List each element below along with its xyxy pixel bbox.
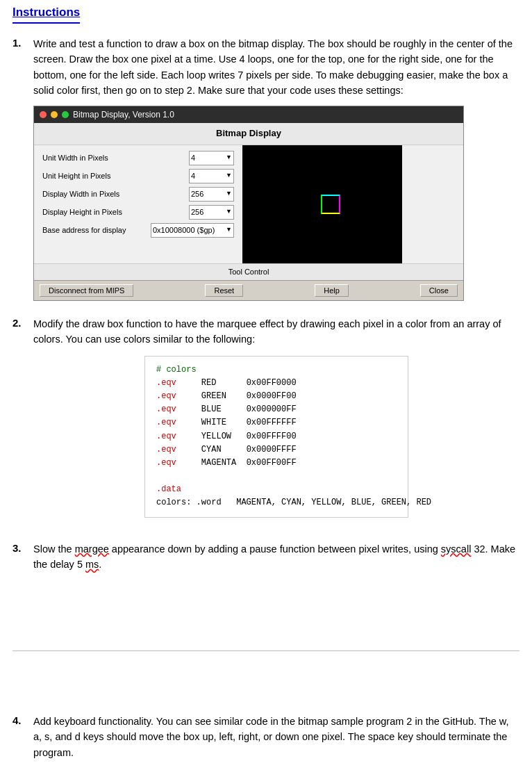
close-button[interactable]: Close [420, 284, 458, 297]
disconnect-button[interactable]: Disconnect from MIPS [40, 284, 133, 297]
code-val-magenta: 0x00FF00FF [247, 458, 297, 468]
step-3-text-before-margee: Slow the [33, 543, 75, 555]
titlebar-dot-red [40, 111, 47, 118]
titlebar-dot-yellow [51, 111, 58, 118]
step-3-text-after-margee: appearance down by adding a pause functi… [109, 543, 441, 555]
page-bottom-gap [13, 588, 519, 630]
control-label-2: Display Width in Pixels [42, 188, 189, 200]
code-eqv-green: .eqv [156, 391, 176, 401]
reset-button[interactable]: Reset [205, 284, 243, 297]
code-eqv-white: .eqv [156, 418, 176, 427]
bitmap-controls: Unit Width in Pixels 4 ▼ Unit Height in … [34, 145, 242, 263]
control-label-3: Display Height in Pixels [42, 206, 189, 218]
code-label-green: GREEN [201, 391, 236, 401]
step-4-number: 4. [13, 714, 33, 726]
help-button[interactable]: Help [315, 284, 349, 297]
step-3-number: 3. [13, 541, 33, 554]
titlebar-dot-green [62, 111, 69, 118]
step-3: 3. Slow the margee appearance down by ad… [13, 541, 519, 573]
code-val-green: 0x0000FF00 [247, 391, 297, 401]
bitmap-display-screenshot: Bitmap Display, Version 1.0 Bitmap Displ… [33, 106, 464, 301]
step-2: 2. Modify the draw box function to have … [13, 316, 519, 526]
control-row-2: Display Width in Pixels 256 ▼ [42, 187, 234, 202]
code-label-cyan: CYAN [201, 445, 236, 454]
code-val-white: 0x00FFFFFF [247, 418, 297, 427]
bitmap-titlebar: Bitmap Display, Version 1.0 [34, 106, 463, 124]
divider-line [13, 650, 519, 651]
code-val-yellow: 0x00FFFF00 [247, 432, 297, 441]
step-4-text: Add keyboard functionality. You can see … [33, 716, 509, 758]
control-label-0: Unit Width in Pixels [42, 152, 189, 164]
code-label-yellow: YELLOW [201, 432, 236, 441]
code-eqv-yellow: .eqv [156, 432, 176, 441]
code-eqv-cyan: .eqv [156, 445, 176, 454]
step-2-text: Modify the draw box function to have the… [33, 318, 501, 345]
code-eqv-blue: .eqv [156, 404, 176, 414]
code-comment: # colors [156, 365, 197, 375]
control-label-4: Base address for display [42, 224, 151, 236]
code-block: # colors .eqv RED 0x00FF0000 .eqv GREEN … [144, 356, 408, 518]
control-select-3[interactable]: 256 ▼ [189, 205, 234, 220]
control-label-1: Unit Height in Pixels [42, 170, 189, 182]
step-1-text: Write and test a function to draw a box … [33, 38, 513, 96]
bitmap-canvas [242, 145, 402, 263]
step-1-number: 1. [13, 36, 33, 49]
control-select-2[interactable]: 256 ▼ [189, 187, 234, 202]
code-label-blue: BLUE [201, 404, 236, 414]
step-3-period: . [99, 559, 101, 570]
bottom-spacer [13, 672, 519, 714]
code-label-magenta: MAGENTA [201, 458, 236, 468]
bitmap-toolcontrol: Tool Control [34, 263, 463, 280]
code-colors-line: colors: .word MAGENTA, CYAN, YELLOW, BLU… [156, 498, 431, 507]
bitmap-display-header: Bitmap Display [34, 123, 463, 145]
control-select-4[interactable]: 0x10008000 ($gp) ▼ [151, 223, 234, 238]
control-select-0[interactable]: 4 ▼ [189, 151, 234, 165]
code-label-white: WHITE [201, 418, 236, 427]
step-3-content: Slow the margee appearance down by addin… [33, 541, 519, 573]
step-1: 1. Write and test a function to draw a b… [13, 36, 519, 301]
code-val-red: 0x00FF0000 [247, 378, 297, 388]
bitmap-body: Bitmap Display Unit Width in Pixels 4 ▼ [34, 123, 463, 300]
control-row-0: Unit Width in Pixels 4 ▼ [42, 151, 234, 165]
titlebar-text: Bitmap Display, Version 1.0 [73, 108, 174, 122]
bitmap-buttons: Disconnect from MIPS Reset Help Close [34, 280, 463, 300]
page-container: Instructions 1. Write and test a functio… [0, 0, 532, 770]
step-2-content: Modify the draw box function to have the… [33, 316, 519, 526]
step-3-ms: ms [85, 559, 99, 570]
instructions-list: 1. Write and test a function to draw a b… [13, 36, 519, 573]
bitmap-main: Unit Width in Pixels 4 ▼ Unit Height in … [34, 145, 463, 263]
step-4: 4. Add keyboard functionality. You can s… [13, 714, 519, 760]
code-val-blue: 0x000000FF [247, 404, 297, 414]
control-select-1[interactable]: 4 ▼ [189, 169, 234, 183]
control-row-3: Display Height in Pixels 256 ▼ [42, 205, 234, 220]
control-row-1: Unit Height in Pixels 4 ▼ [42, 169, 234, 183]
step-4-content: Add keyboard functionality. You can see … [33, 714, 519, 760]
instructions-list-bottom: 4. Add keyboard functionality. You can s… [13, 714, 519, 760]
step-3-margee: margee [75, 543, 109, 555]
step-2-number: 2. [13, 316, 33, 329]
page-title: Instructions [13, 6, 80, 24]
code-data-directive: .data [156, 484, 181, 494]
code-eqv-red: .eqv [156, 378, 176, 388]
step-3-syscall: syscall [441, 543, 472, 555]
marquee-box [321, 195, 340, 214]
step-1-content: Write and test a function to draw a box … [33, 36, 519, 301]
control-row-4: Base address for display 0x10008000 ($gp… [42, 223, 234, 238]
code-eqv-magenta: .eqv [156, 458, 176, 468]
code-label-red: RED [201, 378, 236, 388]
code-val-cyan: 0x0000FFFF [247, 445, 297, 454]
